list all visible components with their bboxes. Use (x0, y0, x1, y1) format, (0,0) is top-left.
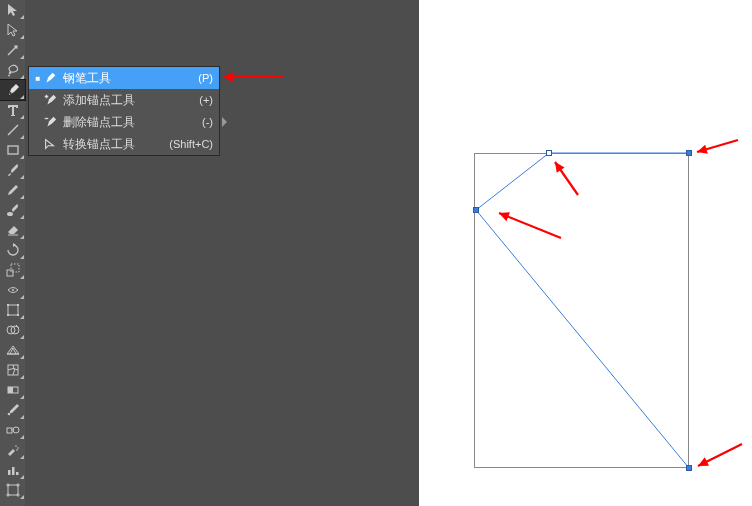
svg-point-23 (15, 445, 17, 447)
svg-rect-8 (11, 264, 19, 272)
rotate-tool[interactable] (0, 240, 25, 260)
flyout-item-1[interactable]: 添加锚点工具(+) (29, 89, 219, 111)
svg-rect-14 (17, 314, 19, 316)
menu-item-label: 转换锚点工具 (59, 136, 169, 153)
menu-item-label: 删除锚点工具 (59, 114, 202, 131)
mesh-tool[interactable] (0, 360, 25, 380)
svg-rect-28 (16, 472, 19, 475)
anchor-point-2[interactable] (473, 207, 479, 213)
app-dark-area: ■钢笔工具(P)添加锚点工具(+)删除锚点工具(-)转换锚点工具(Shift+C… (0, 0, 419, 506)
flyout-item-2[interactable]: 删除锚点工具(-) (29, 111, 219, 133)
menu-item-shortcut: (-) (202, 116, 213, 128)
free-transform-tool[interactable] (0, 300, 25, 320)
selection-tool[interactable] (0, 0, 25, 20)
paintbrush-tool[interactable] (0, 160, 25, 180)
svg-point-20 (7, 413, 10, 416)
artboard-tool[interactable] (0, 480, 25, 500)
svg-rect-27 (12, 467, 15, 475)
line-tool[interactable] (0, 120, 25, 140)
svg-rect-17 (8, 365, 18, 375)
pen-tool-flyout-menu: ■钢笔工具(P)添加锚点工具(+)删除锚点工具(-)转换锚点工具(Shift+C… (28, 66, 220, 156)
menu-item-shortcut: (P) (198, 72, 213, 84)
svg-rect-12 (17, 304, 19, 306)
tools-panel (0, 0, 25, 506)
artboard[interactable] (474, 153, 689, 468)
svg-point-1 (8, 75, 10, 77)
pen-tool[interactable] (0, 80, 25, 100)
svg-point-9 (12, 289, 14, 291)
eraser-tool[interactable] (0, 220, 25, 240)
width-tool[interactable] (0, 280, 25, 300)
svg-line-3 (8, 125, 18, 135)
lasso-tool[interactable] (0, 60, 25, 80)
convert-anchor-icon (41, 137, 59, 151)
blob-brush-tool[interactable] (0, 200, 25, 220)
svg-rect-11 (7, 304, 9, 306)
svg-rect-13 (7, 314, 9, 316)
direct-selection-tool[interactable] (0, 20, 25, 40)
gradient-tool[interactable] (0, 380, 25, 400)
blend-tool[interactable] (0, 420, 25, 440)
svg-rect-7 (7, 270, 13, 276)
svg-point-2 (9, 92, 11, 94)
menu-item-shortcut: (+) (199, 94, 213, 106)
menu-item-label: 添加锚点工具 (59, 92, 199, 109)
flyout-item-3[interactable]: 转换锚点工具(Shift+C) (29, 133, 219, 155)
svg-rect-19 (8, 387, 13, 393)
symbol-sprayer-tool[interactable] (0, 440, 25, 460)
eyedropper-tool[interactable] (0, 400, 25, 420)
pencil-tool[interactable] (0, 180, 25, 200)
flyout-item-0[interactable]: ■钢笔工具(P) (29, 67, 219, 89)
svg-rect-10 (8, 305, 18, 315)
svg-point-0 (8, 72, 10, 74)
anchor-point-0[interactable] (686, 150, 692, 156)
magic-wand-tool[interactable] (0, 40, 25, 60)
svg-point-5 (7, 212, 13, 216)
svg-point-25 (16, 449, 18, 451)
type-tool[interactable] (0, 100, 25, 120)
column-graph-tool[interactable] (0, 460, 25, 480)
scale-tool[interactable] (0, 260, 25, 280)
flyout-tearoff-arrow-icon[interactable] (222, 117, 227, 127)
menu-item-label: 钢笔工具 (59, 70, 198, 87)
anchor-point-3[interactable] (686, 465, 692, 471)
svg-rect-29 (8, 485, 18, 495)
perspective-grid-tool[interactable] (0, 340, 25, 360)
delete-anchor-icon (41, 115, 59, 129)
shape-builder-tool[interactable] (0, 320, 25, 340)
svg-rect-4 (8, 146, 18, 154)
anchor-point-1[interactable] (546, 150, 552, 156)
pen-icon (41, 71, 59, 85)
add-anchor-icon (41, 93, 59, 107)
menu-item-shortcut: (Shift+C) (169, 138, 213, 150)
svg-rect-26 (8, 470, 11, 475)
rectangle-tool[interactable] (0, 140, 25, 160)
svg-point-24 (17, 447, 19, 449)
